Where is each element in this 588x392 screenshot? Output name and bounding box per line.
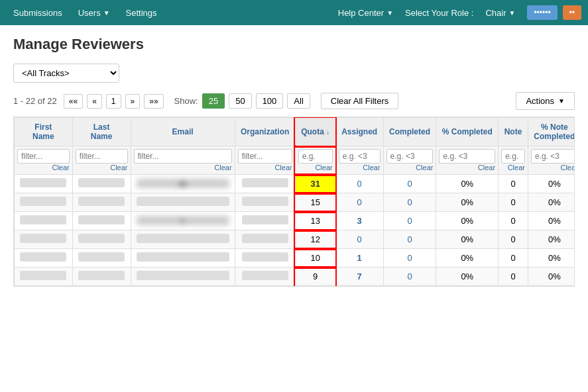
clear-all-filters-btn[interactable]: Clear All Filters: [321, 93, 398, 109]
filter-note[interactable]: [501, 149, 525, 164]
col-header-last-name[interactable]: LastName: [72, 118, 131, 146]
col-quota-label: Quota: [301, 127, 324, 136]
clear-pct-note-completed-link[interactable]: Clear: [531, 164, 575, 172]
filter-cell-organization: Clear: [235, 146, 295, 175]
actions-btn[interactable]: Actions ▼: [516, 92, 575, 110]
cell-pct_completed-1: 0%: [436, 193, 499, 212]
cell-pct_completed-5: 0%: [436, 268, 499, 286]
page-first-btn[interactable]: ««: [64, 94, 83, 109]
col-header-pct-note-completed[interactable]: % NoteCompleted: [528, 118, 575, 146]
actions-label: Actions: [526, 96, 554, 106]
cell-last_name-2: [72, 212, 131, 230]
col-first-name-label: FirstName: [32, 122, 54, 141]
cell-last_name-1: [72, 193, 131, 212]
page-number-btn[interactable]: 1: [106, 94, 121, 109]
page-next-btn[interactable]: »: [125, 94, 141, 109]
cell-assigned-1: 0: [335, 193, 383, 212]
filter-assigned[interactable]: [339, 149, 381, 164]
nav-role-selector[interactable]: Chair ▼: [479, 3, 522, 23]
cell-organization-0: [235, 175, 295, 193]
filter-cell-completed: Clear: [383, 146, 436, 175]
clear-completed-link[interactable]: Clear: [386, 164, 434, 172]
cell-completed-1: 0: [383, 193, 436, 212]
clear-email-link[interactable]: Clear: [134, 164, 232, 172]
cell-email-4: [131, 249, 235, 268]
table-row: m31000%00%0: [15, 175, 575, 193]
cell-assigned-2: 3: [335, 212, 383, 230]
col-header-assigned[interactable]: Assigned: [335, 118, 383, 146]
avatar-btn-1[interactable]: ••••••: [527, 5, 557, 20]
filter-email[interactable]: [134, 149, 232, 164]
page-range: 1 - 22 of 22: [13, 96, 57, 106]
page-prev-btn[interactable]: «: [87, 94, 102, 109]
filter-first-name[interactable]: [17, 149, 70, 164]
clear-first-name-link[interactable]: Clear: [17, 164, 70, 172]
col-note-label: Note: [504, 127, 522, 136]
col-header-pct-completed[interactable]: % Completed: [436, 118, 499, 146]
filter-completed[interactable]: [386, 149, 434, 164]
cell-completed-4: 0: [383, 249, 436, 268]
cell-first_name-0: [15, 175, 73, 193]
filter-quota[interactable]: [298, 149, 333, 164]
filter-pct-note-completed[interactable]: [531, 149, 575, 164]
col-header-organization[interactable]: Organization: [235, 118, 295, 146]
table-row: 15000%00%0: [15, 193, 575, 212]
cell-last_name-4: [72, 249, 131, 268]
clear-last-name-link[interactable]: Clear: [76, 164, 128, 172]
cell-pct_note_completed-5: 0%: [528, 268, 575, 286]
cell-note-5: 0: [499, 268, 528, 286]
filter-cell-pct-note-completed: Clear: [528, 146, 575, 175]
cell-pct_completed-2: 0%: [436, 212, 499, 230]
col-header-note[interactable]: Note: [499, 118, 528, 146]
nav-settings[interactable]: Settings: [119, 3, 164, 23]
table-header-row: FirstName LastName Email Organization Qu…: [15, 118, 575, 146]
clear-assigned-link[interactable]: Clear: [339, 164, 381, 172]
role-label: Select Your Role :: [405, 8, 473, 18]
show-100-btn[interactable]: 100: [256, 93, 284, 109]
cell-completed-0: 0: [383, 175, 436, 193]
col-header-first-name[interactable]: FirstName: [15, 118, 73, 146]
filter-organization[interactable]: [238, 149, 292, 164]
cell-pct_note_completed-0: 0%: [528, 175, 575, 193]
table-row: 9700%00%0: [15, 268, 575, 286]
col-assigned-label: Assigned: [341, 127, 377, 136]
table-row: 12000%00%0: [15, 230, 575, 249]
col-header-completed[interactable]: Completed: [383, 118, 436, 146]
cell-quota-1: 15: [295, 193, 335, 212]
filter-last-name[interactable]: [76, 149, 128, 164]
cell-note-1: 0: [499, 193, 528, 212]
cell-first_name-4: [15, 249, 73, 268]
col-header-email[interactable]: Email: [131, 118, 235, 146]
cell-pct_note_completed-2: 0%: [528, 212, 575, 230]
clear-note-link[interactable]: Clear: [501, 164, 525, 172]
cell-organization-1: [235, 193, 295, 212]
cell-completed-5: 0: [383, 268, 436, 286]
cell-note-2: 0: [499, 212, 528, 230]
page-last-btn[interactable]: »»: [144, 94, 163, 109]
clear-organization-link[interactable]: Clear: [238, 164, 292, 172]
cell-assigned-0: 0: [335, 175, 383, 193]
avatar-btn-2[interactable]: ••: [563, 5, 581, 20]
filter-pct-completed[interactable]: [439, 149, 495, 164]
role-caret-icon: ▼: [508, 9, 515, 17]
show-all-btn[interactable]: All: [287, 93, 310, 109]
reviewers-table: FirstName LastName Email Organization Qu…: [14, 117, 575, 286]
col-header-quota[interactable]: Quota ↓: [295, 118, 335, 146]
nav-submissions[interactable]: Submissions: [7, 3, 69, 23]
cell-completed-3: 0: [383, 230, 436, 249]
page-title: Manage Reviewers: [13, 36, 575, 53]
cell-email-5: [131, 268, 235, 286]
show-25-btn[interactable]: 25: [202, 93, 225, 109]
clear-pct-completed-link[interactable]: Clear: [439, 164, 495, 172]
show-label: Show:: [174, 96, 198, 106]
track-selector[interactable]: <All Tracks>: [13, 64, 119, 83]
nav-help-center[interactable]: Help Center ▼: [331, 3, 400, 23]
clear-quota-link[interactable]: Clear: [298, 164, 333, 172]
cell-email-1: [131, 193, 235, 212]
nav-users[interactable]: Users ▼: [72, 3, 117, 23]
show-50-btn[interactable]: 50: [229, 93, 251, 109]
cell-note-3: 0: [499, 230, 528, 249]
cell-email-0: m: [131, 175, 235, 193]
cell-last_name-0: [72, 175, 131, 193]
navbar: Submissions Users ▼ Settings Help Center…: [0, 0, 588, 25]
